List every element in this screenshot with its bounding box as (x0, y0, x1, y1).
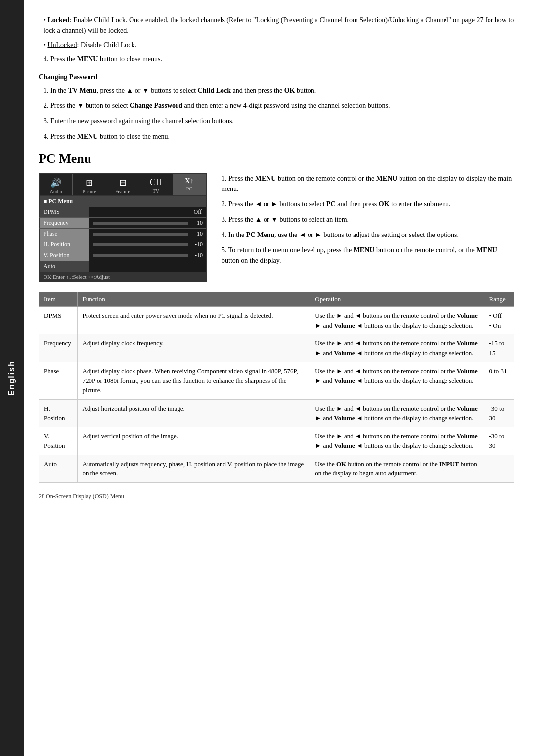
cp-step4: 4. Press the MENU button to close the me… (39, 131, 514, 142)
picture-icon: ⊞ (74, 177, 104, 188)
table-cell-range (484, 455, 514, 482)
pc-steps: 1. Press the MENU button on the remote c… (222, 173, 514, 282)
table-cell-function: Protect screen and enter power saver mod… (77, 307, 310, 334)
osd-frequency-label: Frequency (40, 218, 89, 228)
table-row: Auto Automatically adjusts frequency, ph… (39, 455, 514, 482)
osd-dpms-value: Off (89, 207, 206, 217)
osd-hposition-bar (89, 239, 192, 250)
pc-menu-heading: PC Menu (39, 151, 514, 166)
osd-menu-title: ■ PC Menu (39, 196, 207, 207)
osd-row-vposition: V. Position -10 (39, 250, 207, 261)
cp-step1: 1. In the TV Menu, press the ▲ or ▼ butt… (39, 85, 514, 95)
table-header-operation: Operation (310, 292, 484, 307)
table-cell-item: Auto (39, 455, 78, 482)
osd-vposition-bar (89, 250, 192, 261)
tv-label: TV (153, 189, 159, 194)
osd-hposition-label: H. Position (40, 239, 89, 250)
table-cell-function: Adjust display clock frequency. (77, 334, 310, 362)
osd-row-frequency: Frequency -10 (39, 218, 207, 229)
table-cell-range: -15 to 15 (484, 334, 514, 362)
table-cell-operation: Use the ► and ◄ buttons on the remote co… (310, 427, 484, 455)
cp-step3: 3. Enter the new password again using th… (39, 116, 514, 126)
table-cell-operation: Use the ► and ◄ buttons on the remote co… (310, 362, 484, 400)
pc-menu-layout: 🔊 Audio ⊞ Picture ⊟ Feature CH TV (39, 173, 514, 282)
osd-dpms-label: DPMS (40, 207, 89, 217)
table-cell-range: 0 to 31 (484, 362, 514, 400)
locked-label: Locked (47, 16, 69, 24)
audio-label: Audio (50, 189, 62, 194)
feature-label: Feature (115, 189, 130, 194)
pc-step-1: 1. Press the MENU button on the remote c… (222, 173, 514, 194)
sidebar-label: English (7, 360, 16, 396)
osd-row-phase: Phase -10 (39, 229, 207, 239)
page-footer: 28 On-Screen Display (OSD) Menu (39, 493, 514, 500)
osd-vposition-label: V. Position (40, 250, 89, 261)
table-row: Phase Adjust display clock phase. When r… (39, 362, 514, 400)
phase-bar-bg (93, 233, 188, 236)
table-cell-operation: Use the ► and ◄ buttons on the remote co… (310, 307, 484, 334)
tv-icon: CH (140, 177, 171, 188)
main-content: Locked: Enable Child Lock. Once enabled,… (24, 0, 534, 756)
osd-icon-bar: 🔊 Audio ⊞ Picture ⊟ Feature CH TV (39, 173, 207, 196)
osd-bottom-bar: OK:Enter ↑↓:Select <>:Adjust (39, 272, 207, 282)
osd-icon-pc: X↑ PC (173, 174, 206, 195)
osd-icon-picture: ⊞ Picture (73, 174, 106, 195)
bullet-section: Locked: Enable Child Lock. Once enabled,… (39, 15, 514, 64)
table-cell-range: • Off• On (484, 307, 514, 334)
locked-text: : Enable Child Lock. Once enabled, the l… (44, 16, 514, 34)
osd-hposition-value: -10 (192, 239, 206, 250)
table-cell-function: Automatically adjusts frequency, phase, … (77, 455, 310, 482)
table-cell-function: Adjust horizontal position of the image. (77, 399, 310, 427)
changing-password-heading: Changing Password (39, 73, 514, 81)
hposition-bar-bg (93, 243, 188, 246)
table-cell-operation: Use the OK button on the remote control … (310, 455, 484, 482)
table-row: H. Position Adjust horizontal position o… (39, 399, 514, 427)
table-cell-item: H. Position (39, 399, 78, 427)
pc-step-3: 3. Press the ▲ or ▼ buttons to select an… (222, 214, 514, 225)
osd-icon-audio: 🔊 Audio (40, 174, 73, 195)
audio-icon: 🔊 (41, 177, 71, 188)
osd-vposition-value: -10 (192, 250, 206, 261)
pc-step-5: 5. To return to the menu one level up, p… (222, 245, 514, 266)
unlocked-text: : Disable Child Lock. (77, 41, 137, 48)
table-header-function: Function (77, 292, 310, 307)
table-header-item: Item (39, 292, 78, 307)
picture-label: Picture (82, 189, 96, 194)
feature-icon: ⊟ (107, 177, 138, 188)
osd-auto-label: Auto (40, 261, 89, 272)
table-row: DPMS Protect screen and enter power save… (39, 307, 514, 334)
sidebar: English (0, 0, 24, 756)
osd-auto-value (89, 261, 206, 272)
pc-step-4: 4. In the PC Menu, use the ◄ or ► button… (222, 230, 514, 240)
table-cell-operation: Use the ► and ◄ buttons on the remote co… (310, 334, 484, 362)
table-cell-item: DPMS (39, 307, 78, 334)
locked-bullet: Locked: Enable Child Lock. Once enabled,… (39, 15, 514, 36)
unlocked-bullet: UnLocked: Disable Child Lock. (39, 40, 514, 50)
table-cell-function: Adjust display clock phase. When receivi… (77, 362, 310, 400)
table-cell-operation: Use the ► and ◄ buttons on the remote co… (310, 399, 484, 427)
table-cell-range: -30 to 30 (484, 399, 514, 427)
osd-frequency-value: -10 (192, 218, 206, 228)
footer-text: 28 On-Screen Display (OSD) Menu (39, 493, 124, 500)
cp-step2: 2. Press the ▼ button to select Change P… (39, 100, 514, 111)
pc-label: PC (186, 186, 192, 191)
table-cell-item: V. Position (39, 427, 78, 455)
table-row: Frequency Adjust display clock frequency… (39, 334, 514, 362)
osd-phase-value: -10 (192, 229, 206, 239)
table-row: V. Position Adjust vertical position of … (39, 427, 514, 455)
osd-phase-bar (89, 229, 192, 239)
osd-row-hposition: H. Position -10 (39, 239, 207, 250)
table-cell-item: Phase (39, 362, 78, 400)
osd-icon-tv: CH TV (139, 174, 173, 195)
pc-step-2: 2. Press the ◄ or ► buttons to select PC… (222, 199, 514, 209)
table-cell-range: -30 to 30 (484, 427, 514, 455)
pc-icon: X↑ (174, 177, 205, 185)
changing-password-section: Changing Password 1. In the TV Menu, pre… (39, 73, 514, 142)
table-cell-item: Frequency (39, 334, 78, 362)
frequency-bar-bg (93, 222, 188, 225)
osd-icon-feature: ⊟ Feature (106, 174, 139, 195)
osd-box: 🔊 Audio ⊞ Picture ⊟ Feature CH TV (39, 173, 207, 282)
unlocked-label: UnLocked (47, 41, 77, 48)
table-header-range: Range (484, 292, 514, 307)
vposition-bar-bg (93, 254, 188, 257)
